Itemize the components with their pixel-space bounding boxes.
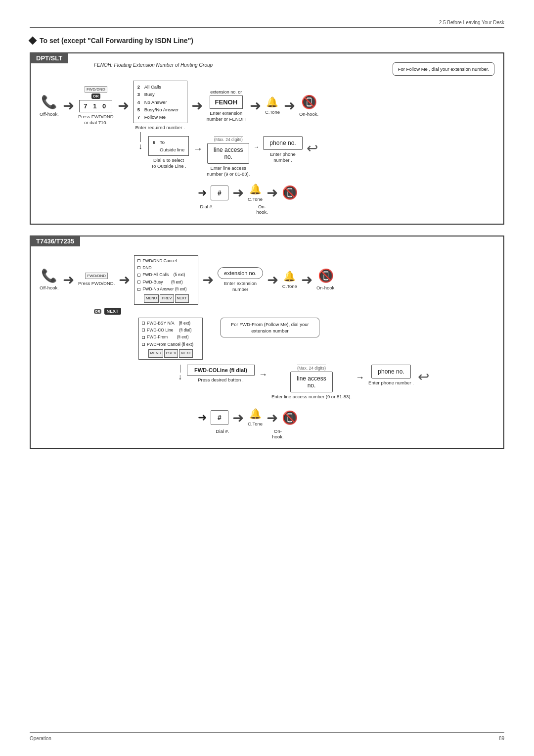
hash-key: # (211, 186, 228, 200)
off-hook-icon: 📞 (41, 94, 57, 110)
t7436-box: T7436/T7235 📞 Off-hook. ➜ FWD/DND Press … (30, 236, 504, 449)
t74-follow-me-callout: For FWD-From (Follow Me), dial your exte… (221, 318, 319, 338)
arrow2: ➜ (118, 97, 129, 114)
enter-line-label: Enter line accessnumber (9 or 81-83). (207, 165, 250, 178)
dpt-slt-box: DPT/SLT FENOH: Floating Extension Number… (30, 52, 504, 225)
t74-max-digits: (Max. 24 digits) (297, 365, 326, 371)
t74-arrow2: ➜ (119, 272, 130, 288)
t74-fwd-coline-btn[interactable]: FWD-COLine (fi dial) (187, 365, 255, 376)
t74-menu-list1: FWD/DND Cancel DND FWD-All Calls (fi ext… (134, 255, 198, 305)
t74-onhook2-group: 📵 (282, 410, 298, 425)
step3-label: Enter required number . (135, 125, 185, 131)
t74-line-access-group: (Max. 24 digits) line accessno. Enter li… (271, 365, 352, 400)
t74-menu-list2: FWD-BSY N/A (fi ext) FWD-CO Line (fi dia… (138, 318, 203, 360)
t74-onhook: 📵 On-hook. (316, 268, 336, 291)
onhook2-label: On-hook. (253, 204, 271, 215)
t74-fwd-coline-group: FWD-COLine (fi dial) Press desired butto… (187, 365, 255, 383)
arrow-outside: → (193, 141, 203, 154)
menu-btn[interactable]: MENU (144, 294, 159, 303)
dpt-subtitle: FENOH: Floating Extension Number of Hunt… (94, 62, 213, 68)
t74-hash-key: # (211, 410, 228, 425)
menu-btn2[interactable]: MENU (148, 349, 163, 358)
footer-left: Operation (30, 736, 51, 741)
prev-btn[interactable]: PREV (160, 294, 174, 303)
t74-menu-section: FWD/DND Cancel DND FWD-All Calls (fi ext… (134, 255, 198, 305)
arrow5: ➜ (284, 97, 295, 114)
t74-fwd-label: FWD/DND (85, 273, 108, 279)
curve-arrow: ↩ (307, 140, 318, 156)
prev-btn2[interactable]: PREV (164, 349, 178, 358)
t74-arrow-outside: → (259, 370, 267, 380)
t74-off-hook: 📞 Off-hook. (40, 268, 59, 291)
fenoh-box: FENOH (210, 95, 243, 109)
t74-arrow-hash-ctone: ➜ (232, 410, 244, 426)
ctone2-icon: 🔔 (249, 183, 262, 195)
arrow3: ➜ (191, 97, 203, 114)
fenoh-group: extension no. or FENOH Enter extensionnu… (207, 90, 246, 123)
on-hook-icon: 📵 (301, 94, 317, 110)
t74-ext-group: extension no. Enter extensionnumber (218, 267, 263, 293)
fenoh-sublabel: extension no. or (210, 90, 242, 94)
t74-off-hook-label: Off-hook. (40, 285, 59, 291)
dpt-slt-title: DPT/SLT (30, 53, 68, 63)
t74-line-access-box: line accessno. (290, 372, 332, 392)
t74-onhook2-label: On-hook. (269, 428, 287, 439)
phone-no-group: phone no. Enter phonenumber . (263, 136, 302, 164)
t74-arrow4: ➜ (267, 272, 278, 288)
t74-phone-no-group: phone no. Enter phone number . (368, 365, 414, 386)
t74-fwd-group: FWD/DND Press FWD/DND. (78, 273, 115, 286)
fwd-dnd-step-label: Press FWD/DND or dial 710. (78, 114, 114, 126)
arrow-hash-ctone: ➜ (232, 185, 244, 201)
t74-ctone2-label: C.Tone (248, 421, 263, 427)
off-hook-label: Off-hook. (40, 111, 59, 117)
header-text: 2.5 Before Leaving Your Desk (439, 20, 504, 25)
t74-ctone-group: 🔔 C.Tone (282, 270, 297, 289)
t74-curve-arrow: ↩ (418, 369, 429, 385)
max-digits-label: (Max. 24 digits) (214, 136, 243, 142)
enter-phone-label: Enter phonenumber . (270, 151, 296, 164)
follow-me-callout: For Follow Me , dial your extension numb… (393, 62, 494, 76)
onhook2-icon: 📵 (282, 185, 298, 200)
fwd-dnd-group: FWD/DND OR 7 1 0 Press FWD/DND or dial 7… (78, 86, 114, 126)
t74-arrow3: ➜ (202, 272, 214, 288)
or-badge: OR (91, 94, 100, 99)
t74-ctone2-group: 🔔 C.Tone (248, 408, 263, 427)
options-list: 2All Calls 3Busy 4No Answer 5Busy/No Ans… (133, 81, 187, 123)
on-hook-item: 📵 On-hook. (299, 94, 318, 117)
t7436-title: T7436/T7235 (30, 236, 80, 246)
line-access-group: (Max. 24 digits) line accessno. Enter li… (207, 136, 250, 178)
t74-enter-phone-label: Enter phone number . (368, 380, 414, 386)
t74-arrow1: ➜ (63, 272, 74, 288)
ctone-label: C.Tone (265, 109, 280, 115)
ctone-icon: 🔔 (266, 96, 278, 108)
next-btn2[interactable]: NEXT (179, 349, 193, 358)
ctone-group: 🔔 C.Tone (265, 96, 280, 115)
t74-onhook-label: On-hook. (316, 285, 336, 291)
t74-ext-box: extension no. (218, 267, 263, 279)
diamond-icon (29, 37, 37, 45)
page-footer: Operation 89 (30, 732, 504, 741)
outside-line-group: 6ToOutside line Dial 6 to selectTo Outsi… (148, 136, 189, 170)
page-header: 2.5 Before Leaving Your Desk (30, 20, 504, 28)
arrow-hash-onhook: ➜ (267, 185, 278, 201)
hash-group: # (211, 186, 228, 200)
t74-press-label: Press desired button . (198, 377, 243, 383)
arrow-hash-left: ➜ (198, 187, 207, 199)
arrow1: ➜ (63, 97, 74, 114)
t74-ctone-label: C.Tone (282, 284, 297, 289)
t74-step3-label: Enter extensionnumber (224, 281, 257, 293)
t74-ctone-icon: 🔔 (283, 270, 296, 282)
fenoh-label: Enter extensionnumber or FENOH (207, 110, 246, 123)
t74-hash-dial-label: Dial #. (214, 428, 231, 439)
dial-710: 7 1 0 (79, 100, 112, 112)
next-btn1[interactable]: NEXT (175, 294, 189, 303)
to-outside-box: 6ToOutside line (148, 136, 189, 156)
hash-dial-label: Dial #. (198, 204, 216, 215)
t74-ctone2-icon: 🔔 (249, 408, 262, 420)
off-hook-item: 📞 Off-hook. (40, 94, 59, 117)
on-hook-label: On-hook. (299, 111, 318, 117)
t74-off-hook-icon: 📞 (41, 268, 57, 284)
dial6-label: Dial 6 to selectTo Outside Line . (151, 157, 186, 170)
t74-step2-label: Press FWD/DND. (78, 281, 115, 286)
or-badge2: OR (94, 309, 101, 314)
